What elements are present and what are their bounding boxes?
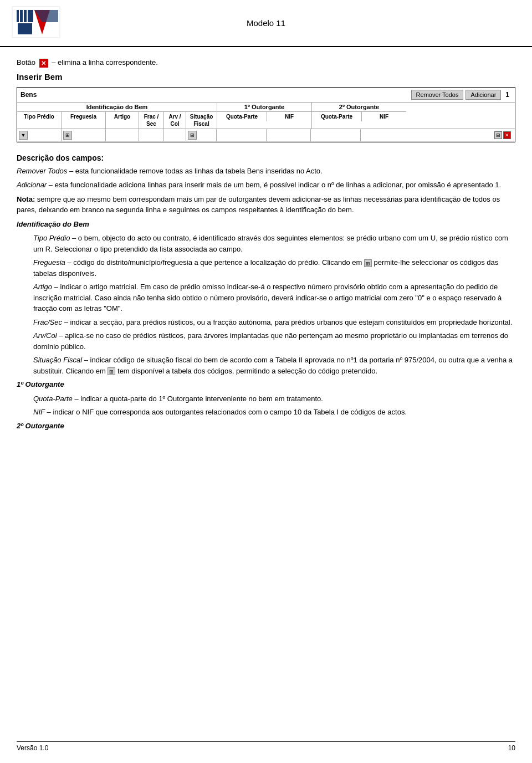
tipo-predio-cell: ▼ [17,129,62,141]
out2-title: 2º Outorgante [17,421,515,432]
id-bem-title: Identificação do Bem [17,219,515,230]
col-group-identificacao: Identificação do Bem Tipo Prédio Fregues… [17,103,217,129]
page-footer: Versão 1.0 10 [17,741,515,752]
dgt-logo [11,6,61,39]
row-actions: ⊞ ✕ [492,131,513,139]
freguesia-cell: ⊞ [62,129,106,141]
bens-buttons: Remover Todos Adicionar 1 [411,90,511,100]
col-sit-header: Situação Fiscal [186,112,217,129]
artigo-desc: Artigo – indicar o artigo matricial. Em … [33,281,515,314]
bens-count: 1 [503,91,511,99]
col-freq-header: Freguesia [62,112,106,129]
sit-fiscal-text2: tem disponível a tabela dos códigos, per… [117,367,377,375]
out1-label: 1º Outorgante [17,380,64,388]
bens-table-section: Bens Remover Todos Adicionar 1 Identific… [17,87,515,142]
id-bem-label: Identificação do Bem [17,220,89,228]
freguesia-lookup-button[interactable]: ⊞ [63,131,72,140]
tipo-predio-label: Tipo Prédio [33,234,70,242]
logo-area [11,6,78,40]
col-group-out1: 1º Outorgante Quota-Parte NIF [217,103,312,129]
svg-marker-2 [18,23,32,34]
button-desc-prefix: Botão [17,58,35,66]
artigo-text: – indicar o artigo matricial. Em caso de… [33,283,502,313]
sit-fiscal-label: Situação Fiscal [33,356,82,364]
edit-row-button[interactable]: ⊞ [494,131,502,139]
nota-text: sempre que ao mesmo bem correspondam mai… [17,195,500,214]
col-quota2-header: Quota-Parte [312,112,362,121]
remover-todos-text: – esta funcionalidade remove todas as li… [69,167,323,175]
adicionar-text: – esta funcionalidade adiciona linhas pa… [49,181,501,189]
desc-title: Descrição dos campos: [17,153,515,162]
nota-desc: Nota: sempre que ao mesmo bem correspond… [17,194,515,216]
arv-col-cell [164,129,186,141]
quota-parte-desc: Quota-Parte – indicar a quota-parte do 1… [33,393,515,404]
col-group-out2-inner: Quota-Parte NIF [312,112,406,121]
sit-fiscal-lookup-button[interactable]: ⊞ [188,131,197,140]
nif2-cell: ⊞ ✕ [361,129,515,141]
tipo-predio-desc: Tipo Prédio – o bem, objecto do acto ou … [33,233,515,254]
remover-todos-button[interactable]: Remover Todos [411,90,464,100]
col-group-out2: 2º Outorgante Quota-Parte NIF [312,103,406,129]
button-desc-suffix: – elimina a linha correspondente. [52,58,158,66]
table-row: ▼ ⊞ ⊞ ⊞ [17,129,515,142]
button-description: Botão ✕ – elimina a linha correspondente… [17,58,515,68]
arv-col-desc: Arv/Col – aplica-se no caso de prédios r… [33,330,515,352]
quota-parte-text: – indicar a quota-parte do 1º Outorgante… [74,395,323,403]
remover-todos-desc: Remover Todos – esta funcionalidade remo… [17,166,515,177]
bens-label: Bens [21,91,411,99]
frac-sec-text: – indicar a secção, para prédios rústico… [64,318,513,326]
freguesia-text: – código do distrito/município/freguesia… [67,258,364,267]
nif-desc: NIF – indicar o NIF que corresponda aos … [33,407,515,418]
frac-sec-cell [139,129,164,141]
nota-label: Nota: [17,195,35,203]
col-group-id-inner: Tipo Prédio Freguesia Artigo Frac / Sec … [17,112,217,129]
out1-title: 1º Outorgante [17,379,515,390]
sit-fiscal-desc: Situação Fiscal – indicar código de situ… [33,355,515,376]
col-group-out1-inner: Quota-Parte NIF [217,112,311,121]
out2-label: 2º Outorgante [17,422,64,430]
nif1-cell [267,129,311,141]
page-header: Modelo 11 [0,0,532,47]
col-frac-header: Frac / Sec [139,112,164,129]
col-nif1-header: NIF [267,112,311,121]
bens-header-row: Bens Remover Todos Adicionar 1 [17,88,515,103]
x-button-icon: ✕ [39,59,48,68]
col-arv-header: Arv / Col [164,112,186,129]
freguesia-icon: ⊞ [364,259,372,267]
col-tipo-header: Tipo Prédio [17,112,62,129]
artigo-cell [106,129,139,141]
tipo-predio-text: – o bem, objecto do acto ou contrato, é … [33,234,508,253]
description-section: Descrição dos campos: Remover Todos – es… [17,153,515,432]
col-quota1-header: Quota-Parte [217,112,267,121]
quota-parte1-cell [217,129,267,141]
artigo-label: Artigo [33,283,52,291]
freguesia-desc: Freguesia – código do distrito/município… [33,257,515,279]
footer-page: 10 [508,744,515,752]
page-title: Modelo 11 [78,18,454,28]
frac-sec-label: Frac/Sec [33,318,62,326]
inserir-bem-title: Inserir Bem [17,72,515,81]
nif-label: NIF [33,408,45,416]
tipo-predio-dropdown[interactable]: ▼ [19,131,28,140]
adicionar-label: Adicionar [17,181,47,189]
nif-text: – indicar o NIF que corresponda aos outo… [47,408,407,416]
remover-todos-label: Remover Todos [17,167,67,175]
col-group-id-title: Identificação do Bem [17,103,217,112]
adicionar-button[interactable]: Adicionar [466,90,501,100]
col-artigo-header: Artigo [106,112,139,129]
delete-row-button[interactable]: ✕ [503,131,511,139]
table-header: Identificação do Bem Tipo Prédio Fregues… [17,103,515,129]
main-content: Botão ✕ – elimina a linha correspondente… [0,53,532,457]
freguesia-label: Freguesia [33,258,65,267]
frac-sec-desc: Frac/Sec – indicar a secção, para prédio… [33,317,515,328]
col-group-out1-title: 1º Outorgante [217,103,311,112]
col-group-out2-title: 2º Outorgante [312,103,406,112]
col-nif2-header: NIF [362,112,406,121]
adicionar-desc: Adicionar – esta funcionalidade adiciona… [17,180,515,191]
arv-col-label: Arv/Col [33,331,57,340]
sit-fiscal-cell: ⊞ [186,129,217,141]
quota-parte-label: Quota-Parte [33,395,73,403]
arv-col-text: – aplica-se no caso de prédios rústicos,… [33,331,508,351]
sit-fiscal-icon: ⊞ [108,367,115,375]
footer-version: Versão 1.0 [17,744,48,752]
